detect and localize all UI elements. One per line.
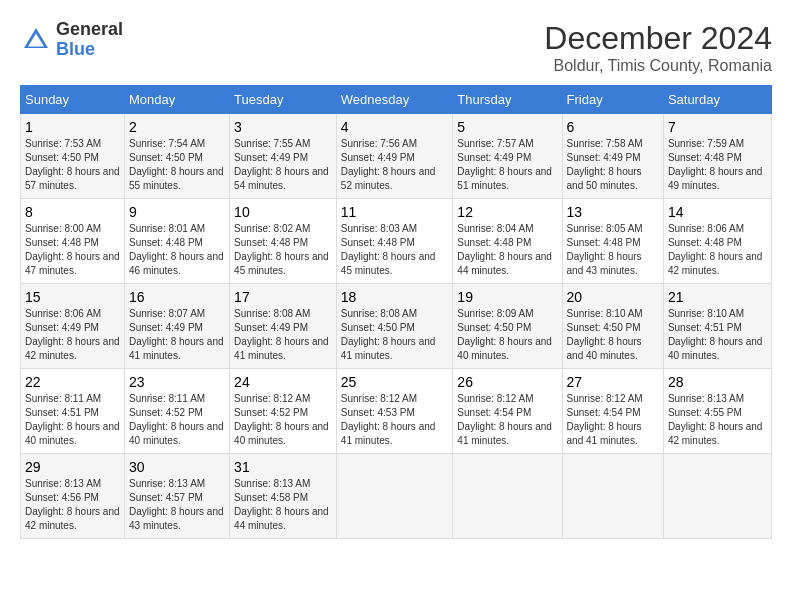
calendar-cell: 14Sunrise: 8:06 AMSunset: 4:48 PMDayligh… — [663, 199, 771, 284]
day-number: 28 — [668, 374, 767, 390]
title-block: December 2024 Boldur, Timis County, Roma… — [544, 20, 772, 75]
day-number: 20 — [567, 289, 659, 305]
day-number: 30 — [129, 459, 225, 475]
day-info: Sunrise: 8:13 AMSunset: 4:55 PMDaylight:… — [668, 392, 767, 448]
logo: General Blue — [20, 20, 123, 60]
calendar-cell: 21Sunrise: 8:10 AMSunset: 4:51 PMDayligh… — [663, 284, 771, 369]
calendar-cell: 24Sunrise: 8:12 AMSunset: 4:52 PMDayligh… — [230, 369, 337, 454]
day-number: 26 — [457, 374, 557, 390]
day-info: Sunrise: 8:03 AMSunset: 4:48 PMDaylight:… — [341, 222, 449, 278]
month-title: December 2024 — [544, 20, 772, 57]
calendar-cell: 9Sunrise: 8:01 AMSunset: 4:48 PMDaylight… — [125, 199, 230, 284]
day-info: Sunrise: 8:08 AMSunset: 4:49 PMDaylight:… — [234, 307, 332, 363]
day-info: Sunrise: 8:12 AMSunset: 4:53 PMDaylight:… — [341, 392, 449, 448]
calendar-cell: 16Sunrise: 8:07 AMSunset: 4:49 PMDayligh… — [125, 284, 230, 369]
day-info: Sunrise: 7:55 AMSunset: 4:49 PMDaylight:… — [234, 137, 332, 193]
day-info: Sunrise: 7:56 AMSunset: 4:49 PMDaylight:… — [341, 137, 449, 193]
calendar-cell: 6Sunrise: 7:58 AMSunset: 4:49 PMDaylight… — [562, 114, 663, 199]
day-number: 9 — [129, 204, 225, 220]
calendar-cell: 25Sunrise: 8:12 AMSunset: 4:53 PMDayligh… — [336, 369, 453, 454]
day-info: Sunrise: 8:07 AMSunset: 4:49 PMDaylight:… — [129, 307, 225, 363]
header-tuesday: Tuesday — [230, 86, 337, 114]
day-info: Sunrise: 7:54 AMSunset: 4:50 PMDaylight:… — [129, 137, 225, 193]
day-info: Sunrise: 8:10 AMSunset: 4:51 PMDaylight:… — [668, 307, 767, 363]
day-info: Sunrise: 8:12 AMSunset: 4:54 PMDaylight:… — [457, 392, 557, 448]
day-info: Sunrise: 8:06 AMSunset: 4:49 PMDaylight:… — [25, 307, 120, 363]
day-number: 1 — [25, 119, 120, 135]
day-number: 16 — [129, 289, 225, 305]
day-number: 14 — [668, 204, 767, 220]
calendar-cell: 26Sunrise: 8:12 AMSunset: 4:54 PMDayligh… — [453, 369, 562, 454]
calendar-cell: 13Sunrise: 8:05 AMSunset: 4:48 PMDayligh… — [562, 199, 663, 284]
calendar-cell: 5Sunrise: 7:57 AMSunset: 4:49 PMDaylight… — [453, 114, 562, 199]
day-info: Sunrise: 8:06 AMSunset: 4:48 PMDaylight:… — [668, 222, 767, 278]
day-number: 24 — [234, 374, 332, 390]
day-number: 5 — [457, 119, 557, 135]
day-info: Sunrise: 8:00 AMSunset: 4:48 PMDaylight:… — [25, 222, 120, 278]
day-info: Sunrise: 7:59 AMSunset: 4:48 PMDaylight:… — [668, 137, 767, 193]
calendar-cell: 7Sunrise: 7:59 AMSunset: 4:48 PMDaylight… — [663, 114, 771, 199]
calendar-cell: 1Sunrise: 7:53 AMSunset: 4:50 PMDaylight… — [21, 114, 125, 199]
header-thursday: Thursday — [453, 86, 562, 114]
calendar-cell — [336, 454, 453, 539]
day-info: Sunrise: 8:10 AMSunset: 4:50 PMDaylight:… — [567, 307, 659, 363]
day-info: Sunrise: 8:05 AMSunset: 4:48 PMDaylight:… — [567, 222, 659, 278]
logo-icon — [20, 24, 52, 56]
calendar-cell: 3Sunrise: 7:55 AMSunset: 4:49 PMDaylight… — [230, 114, 337, 199]
calendar-cell: 10Sunrise: 8:02 AMSunset: 4:48 PMDayligh… — [230, 199, 337, 284]
day-info: Sunrise: 8:11 AMSunset: 4:51 PMDaylight:… — [25, 392, 120, 448]
header-wednesday: Wednesday — [336, 86, 453, 114]
day-number: 21 — [668, 289, 767, 305]
calendar-cell: 31Sunrise: 8:13 AMSunset: 4:58 PMDayligh… — [230, 454, 337, 539]
calendar-cell: 19Sunrise: 8:09 AMSunset: 4:50 PMDayligh… — [453, 284, 562, 369]
day-number: 15 — [25, 289, 120, 305]
logo-general-text: General — [56, 20, 123, 40]
day-info: Sunrise: 8:01 AMSunset: 4:48 PMDaylight:… — [129, 222, 225, 278]
calendar-cell — [562, 454, 663, 539]
calendar-cell: 2Sunrise: 7:54 AMSunset: 4:50 PMDaylight… — [125, 114, 230, 199]
location-subtitle: Boldur, Timis County, Romania — [544, 57, 772, 75]
day-number: 7 — [668, 119, 767, 135]
calendar-cell: 11Sunrise: 8:03 AMSunset: 4:48 PMDayligh… — [336, 199, 453, 284]
calendar-cell: 30Sunrise: 8:13 AMSunset: 4:57 PMDayligh… — [125, 454, 230, 539]
day-number: 13 — [567, 204, 659, 220]
calendar-cell: 22Sunrise: 8:11 AMSunset: 4:51 PMDayligh… — [21, 369, 125, 454]
page-header: General Blue December 2024 Boldur, Timis… — [20, 20, 772, 75]
day-number: 31 — [234, 459, 332, 475]
calendar-cell: 4Sunrise: 7:56 AMSunset: 4:49 PMDaylight… — [336, 114, 453, 199]
header-saturday: Saturday — [663, 86, 771, 114]
day-info: Sunrise: 8:09 AMSunset: 4:50 PMDaylight:… — [457, 307, 557, 363]
day-number: 18 — [341, 289, 449, 305]
calendar-cell: 18Sunrise: 8:08 AMSunset: 4:50 PMDayligh… — [336, 284, 453, 369]
day-info: Sunrise: 8:13 AMSunset: 4:57 PMDaylight:… — [129, 477, 225, 533]
logo-blue-text: Blue — [56, 40, 123, 60]
day-number: 3 — [234, 119, 332, 135]
calendar-cell: 20Sunrise: 8:10 AMSunset: 4:50 PMDayligh… — [562, 284, 663, 369]
calendar-cell: 12Sunrise: 8:04 AMSunset: 4:48 PMDayligh… — [453, 199, 562, 284]
day-number: 29 — [25, 459, 120, 475]
day-number: 25 — [341, 374, 449, 390]
calendar-cell: 29Sunrise: 8:13 AMSunset: 4:56 PMDayligh… — [21, 454, 125, 539]
day-number: 8 — [25, 204, 120, 220]
day-info: Sunrise: 8:12 AMSunset: 4:54 PMDaylight:… — [567, 392, 659, 448]
calendar-cell: 23Sunrise: 8:11 AMSunset: 4:52 PMDayligh… — [125, 369, 230, 454]
day-info: Sunrise: 8:08 AMSunset: 4:50 PMDaylight:… — [341, 307, 449, 363]
day-info: Sunrise: 8:04 AMSunset: 4:48 PMDaylight:… — [457, 222, 557, 278]
calendar-week-row: 8Sunrise: 8:00 AMSunset: 4:48 PMDaylight… — [21, 199, 772, 284]
day-info: Sunrise: 8:13 AMSunset: 4:58 PMDaylight:… — [234, 477, 332, 533]
day-number: 27 — [567, 374, 659, 390]
calendar-week-row: 1Sunrise: 7:53 AMSunset: 4:50 PMDaylight… — [21, 114, 772, 199]
day-number: 4 — [341, 119, 449, 135]
calendar-week-row: 22Sunrise: 8:11 AMSunset: 4:51 PMDayligh… — [21, 369, 772, 454]
day-info: Sunrise: 8:02 AMSunset: 4:48 PMDaylight:… — [234, 222, 332, 278]
header-friday: Friday — [562, 86, 663, 114]
day-number: 2 — [129, 119, 225, 135]
calendar-cell: 8Sunrise: 8:00 AMSunset: 4:48 PMDaylight… — [21, 199, 125, 284]
day-info: Sunrise: 8:12 AMSunset: 4:52 PMDaylight:… — [234, 392, 332, 448]
day-number: 11 — [341, 204, 449, 220]
calendar-cell — [453, 454, 562, 539]
header-monday: Monday — [125, 86, 230, 114]
calendar-cell — [663, 454, 771, 539]
calendar-cell: 27Sunrise: 8:12 AMSunset: 4:54 PMDayligh… — [562, 369, 663, 454]
day-info: Sunrise: 8:13 AMSunset: 4:56 PMDaylight:… — [25, 477, 120, 533]
